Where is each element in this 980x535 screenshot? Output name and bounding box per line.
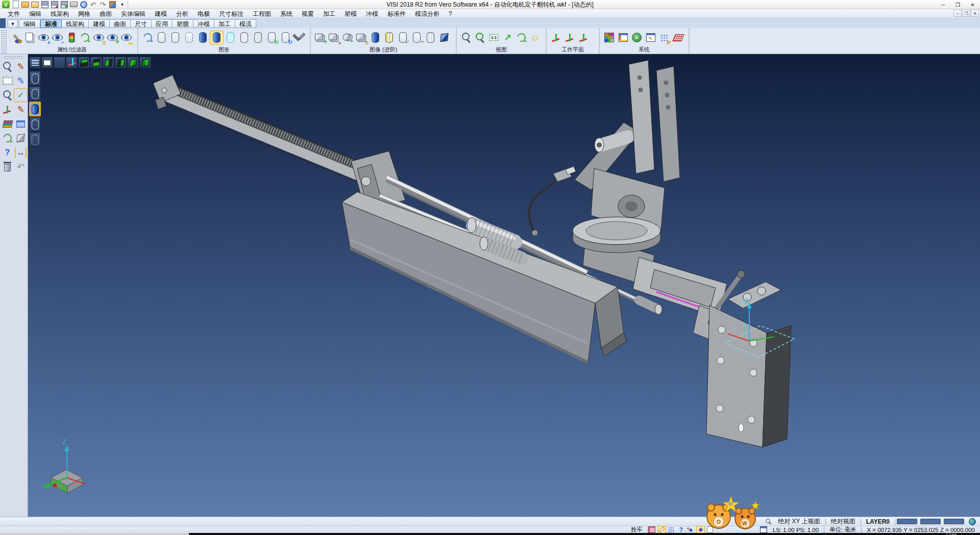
solid-gray-cube-icon[interactable]	[14, 132, 27, 144]
measure-icon[interactable]	[14, 146, 27, 159]
view-front-cube-icon[interactable]	[103, 57, 114, 68]
print-preview-icon[interactable]	[80, 1, 87, 8]
cpl-define-axis-icon[interactable]	[550, 31, 562, 44]
cpl-rotate-axis-icon[interactable]	[564, 31, 576, 44]
refresh-visibility-eye-icon[interactable]	[79, 31, 91, 44]
redo-icon[interactable]	[99, 1, 107, 8]
view-face-eye-icon[interactable]	[529, 31, 542, 44]
status-progress-bar[interactable]	[920, 519, 941, 524]
menu-item[interactable]: 电极	[193, 9, 214, 18]
document-minimize-button[interactable]: ─	[953, 10, 962, 17]
spline-pencil-icon[interactable]	[14, 103, 27, 116]
view-shaded-cyl-icon[interactable]	[29, 102, 41, 116]
help-icon[interactable]	[1, 146, 14, 159]
tab-dropdown-button[interactable]: ▼	[8, 19, 18, 28]
work-grid-icon[interactable]	[672, 31, 684, 44]
document-restore-button[interactable]: ❐	[962, 10, 970, 17]
document-close-button[interactable]: ✕	[971, 10, 979, 17]
zoom-fly-icon[interactable]	[54, 57, 65, 68]
view-right-cube-icon[interactable]	[139, 57, 151, 68]
zoom-extents-arrow-icon[interactable]	[501, 31, 514, 44]
toolbar-tab[interactable]: 模流	[235, 19, 256, 28]
render-settings-icon[interactable]	[293, 31, 306, 44]
toolbar-tab[interactable]: 尺寸	[131, 19, 152, 28]
minimize-button[interactable]: ─	[936, 0, 950, 9]
globe-icon[interactable]	[969, 518, 976, 525]
attributes-books-icon[interactable]	[1, 117, 14, 130]
history-icon[interactable]	[109, 1, 116, 8]
menu-item[interactable]: 网格	[74, 9, 95, 18]
toolbar-tab[interactable]: 编辑	[19, 19, 40, 28]
show-entities-eye-icon[interactable]	[37, 31, 50, 44]
menu-hamburger-icon[interactable]	[29, 57, 41, 68]
menu-item[interactable]: 实体编辑	[116, 9, 150, 18]
menu-item[interactable]: 建模	[150, 9, 172, 18]
menu-item[interactable]: 工程图	[248, 9, 276, 18]
view-top-cube-icon[interactable]	[78, 57, 90, 68]
menu-item[interactable]: 模流分析	[410, 9, 444, 18]
view-mode-indicator[interactable]: 绝对 XY 上视图	[773, 517, 825, 526]
undo-icon[interactable]	[89, 1, 97, 8]
undo-arrow-icon[interactable]	[14, 160, 27, 173]
menu-item[interactable]: 冲模	[361, 9, 383, 18]
show-all-eye-icon[interactable]	[106, 31, 119, 44]
copy-attributes-icon[interactable]	[23, 31, 36, 44]
quality-blue-cyl-icon[interactable]	[369, 31, 382, 44]
cpl-align-axis-icon[interactable]	[577, 31, 590, 44]
view-left-cube-icon[interactable]	[127, 57, 139, 68]
layers-window-icon[interactable]	[14, 117, 27, 130]
select-window-icon[interactable]	[1, 75, 14, 87]
add-scene-boxes-icon[interactable]	[314, 31, 327, 44]
wireframe-cyl-icon[interactable]	[155, 31, 168, 44]
menu-item[interactable]: 尺寸标注	[214, 9, 248, 18]
toolbar-tab[interactable]: 曲面	[110, 19, 131, 28]
menu-item[interactable]: 文件	[3, 9, 24, 18]
striped-cyl-icon[interactable]	[383, 31, 396, 44]
context-help-icon[interactable]	[677, 526, 685, 533]
translucent-cyan-cyl-icon[interactable]	[224, 31, 237, 44]
select-box-icon[interactable]	[41, 57, 53, 68]
cpl-left-axis-icon[interactable]	[1, 103, 14, 116]
render-mode-cyl-icon[interactable]	[279, 31, 292, 44]
menu-item[interactable]: 系统	[276, 9, 297, 18]
view-wireframe-cyl-icon[interactable]	[29, 71, 41, 86]
menu-item[interactable]: 视窗	[297, 9, 318, 18]
print-icon[interactable]	[70, 1, 78, 8]
units-indicator[interactable]: 单位: 毫米	[824, 526, 861, 533]
delete-trash-icon[interactable]	[1, 160, 14, 173]
view-back-cube-icon[interactable]	[115, 57, 127, 68]
menu-item[interactable]: 加工	[318, 9, 340, 18]
zoom-actual-zoom-icon[interactable]	[487, 31, 500, 44]
menu-item[interactable]: 编辑	[24, 9, 46, 18]
save-icon[interactable]	[41, 1, 48, 8]
visi-logo-icon[interactable]	[2, 1, 10, 8]
status-progress-bar[interactable]	[944, 519, 964, 524]
confirm-check-icon[interactable]	[14, 89, 27, 102]
toolbar-tab[interactable]: 标准	[40, 19, 62, 28]
save-copy-icon[interactable]	[60, 1, 68, 8]
shaded-edges-blue-cyl-icon[interactable]	[210, 31, 223, 44]
layer-indicator[interactable]: LAYER0	[861, 518, 895, 525]
menu-item[interactable]: 标准件	[383, 9, 410, 18]
capture-image-icon[interactable]	[648, 526, 656, 533]
toolbar-tab[interactable]: 线架构	[62, 19, 89, 28]
refresh-scene-boxes-icon[interactable]	[341, 31, 354, 44]
dynamic-box-icon[interactable]	[687, 526, 695, 533]
color-table-icon[interactable]	[603, 31, 616, 44]
edit-pencil-icon[interactable]	[14, 60, 27, 73]
qat-options-dropdown-icon[interactable]	[118, 1, 126, 8]
view-ghost-cyl-icon[interactable]	[29, 132, 41, 147]
zoom-window-zoom-icon[interactable]	[474, 31, 486, 44]
menu-item[interactable]: 分析	[172, 9, 193, 18]
shaded-blue-cyl-icon[interactable]	[197, 31, 209, 44]
regen-refresh-icon[interactable]	[1, 132, 14, 144]
flat-cyl-icon[interactable]	[238, 31, 251, 44]
view-hidden-cyl-icon[interactable]	[29, 86, 41, 101]
hidden-line-cyl-icon[interactable]	[169, 31, 182, 44]
toolbar-tab[interactable]: 塑膜	[173, 19, 193, 28]
modify-attributes-icon[interactable]	[10, 31, 22, 44]
settings-tools-icon[interactable]	[630, 31, 643, 44]
system-config-icon[interactable]	[617, 31, 629, 44]
verify-check-cyl-icon[interactable]	[397, 31, 409, 44]
menu-item[interactable]: 线架构	[46, 9, 74, 18]
